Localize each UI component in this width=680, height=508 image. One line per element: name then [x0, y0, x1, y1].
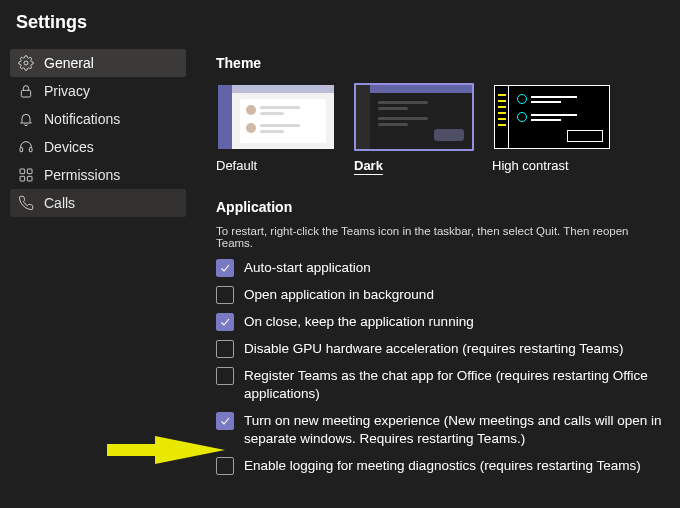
- option-register-office-chat[interactable]: Register Teams as the chat app for Offic…: [216, 367, 668, 403]
- section-title-application: Application: [216, 199, 668, 215]
- checkbox[interactable]: [216, 412, 234, 430]
- option-disable-gpu[interactable]: Disable GPU hardware acceleration (requi…: [216, 340, 668, 358]
- bell-icon: [18, 111, 34, 127]
- sidebar-item-label: Privacy: [44, 83, 90, 99]
- option-label: Register Teams as the chat app for Offic…: [244, 367, 664, 403]
- checkbox[interactable]: [216, 313, 234, 331]
- theme-preview-dark: [354, 83, 474, 151]
- section-title-theme: Theme: [216, 55, 668, 71]
- sidebar-item-general[interactable]: General: [10, 49, 186, 77]
- checkbox[interactable]: [216, 259, 234, 277]
- theme-preview-default: [216, 83, 336, 151]
- svg-rect-7: [27, 176, 32, 181]
- theme-label: Default: [216, 158, 336, 173]
- theme-label: High contrast: [492, 158, 612, 173]
- option-new-meeting-experience[interactable]: Turn on new meeting experience (New meet…: [216, 412, 668, 448]
- checkbox[interactable]: [216, 340, 234, 358]
- option-open-background[interactable]: Open application in background: [216, 286, 668, 304]
- checkbox[interactable]: [216, 367, 234, 385]
- option-label: On close, keep the application running: [244, 313, 474, 331]
- phone-icon: [18, 195, 34, 211]
- svg-rect-3: [29, 148, 32, 152]
- option-enable-logging[interactable]: Enable logging for meeting diagnostics (…: [216, 457, 668, 475]
- sidebar-item-devices[interactable]: Devices: [10, 133, 186, 161]
- sidebar-item-privacy[interactable]: Privacy: [10, 77, 186, 105]
- sidebar-item-label: Notifications: [44, 111, 120, 127]
- option-label: Disable GPU hardware acceleration (requi…: [244, 340, 623, 358]
- sidebar-item-label: Permissions: [44, 167, 120, 183]
- theme-preview-high-contrast: [492, 83, 612, 151]
- sidebar-item-notifications[interactable]: Notifications: [10, 105, 186, 133]
- svg-point-0: [24, 61, 28, 65]
- option-label: Auto-start application: [244, 259, 371, 277]
- main-panel: Theme Default: [186, 49, 680, 475]
- svg-rect-4: [20, 169, 25, 174]
- svg-rect-1: [21, 90, 30, 97]
- svg-rect-2: [20, 148, 23, 152]
- option-label: Turn on new meeting experience (New meet…: [244, 412, 664, 448]
- gear-icon: [18, 55, 34, 71]
- option-on-close-keep-running[interactable]: On close, keep the application running: [216, 313, 668, 331]
- theme-option-dark[interactable]: Dark: [354, 83, 474, 173]
- checkbox[interactable]: [216, 457, 234, 475]
- headset-icon: [18, 139, 34, 155]
- sidebar-item-label: Calls: [44, 195, 75, 211]
- sidebar-item-label: Devices: [44, 139, 94, 155]
- option-auto-start[interactable]: Auto-start application: [216, 259, 668, 277]
- option-label: Open application in background: [244, 286, 434, 304]
- sidebar: General Privacy Notifications Devices Pe…: [0, 49, 186, 217]
- sidebar-item-calls[interactable]: Calls: [10, 189, 186, 217]
- svg-rect-6: [20, 176, 25, 181]
- lock-icon: [18, 83, 34, 99]
- application-hint: To restart, right-click the Teams icon i…: [216, 225, 668, 249]
- option-label: Enable logging for meeting diagnostics (…: [244, 457, 641, 475]
- apps-icon: [18, 167, 34, 183]
- application-options: Auto-start application Open application …: [216, 259, 668, 475]
- theme-label: Dark: [354, 158, 474, 173]
- svg-rect-5: [27, 169, 32, 174]
- theme-options: Default Dark: [216, 83, 668, 173]
- theme-option-high-contrast[interactable]: High contrast: [492, 83, 612, 173]
- theme-option-default[interactable]: Default: [216, 83, 336, 173]
- page-title: Settings: [0, 0, 680, 49]
- sidebar-item-permissions[interactable]: Permissions: [10, 161, 186, 189]
- checkbox[interactable]: [216, 286, 234, 304]
- sidebar-item-label: General: [44, 55, 94, 71]
